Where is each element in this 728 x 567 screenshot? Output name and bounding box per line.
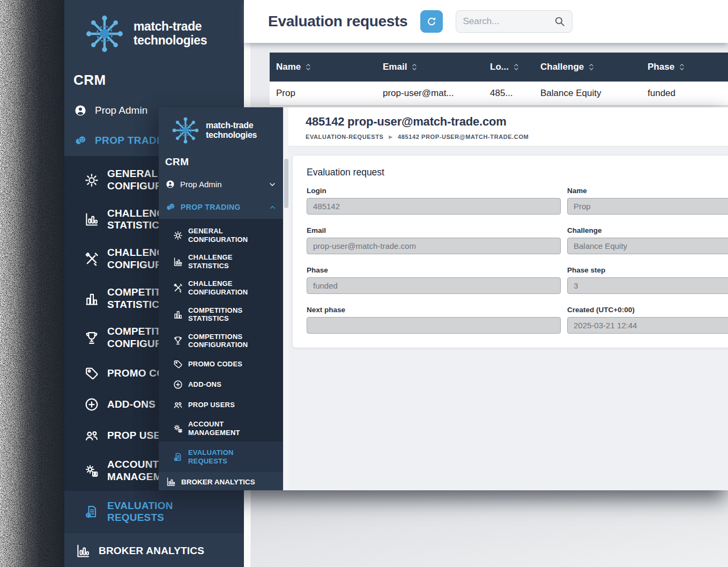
next-phase-field[interactable]: [307, 317, 561, 334]
page-title: Evaluation requests: [268, 13, 407, 30]
cell-challenge: Balance Equity: [534, 88, 641, 99]
brand-wordmark: match-tradetechnologies: [206, 121, 257, 140]
field-created: Created (UTC+0:00): [567, 306, 728, 334]
chevron-down-icon: [268, 180, 277, 189]
field-email: Email: [307, 226, 561, 254]
trophy-icon: [84, 330, 100, 346]
field-label: Created (UTC+0:00): [567, 306, 728, 314]
breadcrumb-separator-icon: ▸: [389, 133, 392, 141]
cell-name: Prop: [270, 88, 376, 99]
field-label: Phase: [307, 266, 561, 274]
profile-menu[interactable]: Prop Admin: [159, 173, 283, 195]
sort-icon[interactable]: [589, 63, 594, 71]
cell-phase: funded: [641, 88, 728, 99]
sidebar-item-account-management[interactable]: ACCOUNT MANAGEMENT: [159, 415, 283, 441]
field-phase: Phase: [307, 266, 561, 294]
screen: match-tradetechnologies CRM Prop Admin P…: [0, 0, 728, 567]
gear-icon: [173, 230, 183, 241]
sidebar-item-general-configuration[interactable]: GENERAL CONFIGURATION: [159, 222, 283, 248]
field-challenge: Challenge: [567, 226, 728, 254]
field-name: Name: [567, 187, 728, 215]
field-label: Next phase: [307, 306, 561, 314]
faces-icon: [165, 202, 176, 212]
sort-icon[interactable]: [514, 63, 519, 71]
field-login: Login: [307, 187, 561, 215]
search-input[interactable]: [463, 16, 554, 27]
column-header-name[interactable]: Name: [270, 62, 376, 72]
sort-icon[interactable]: [679, 63, 685, 71]
sidebar-item-evaluation-requests[interactable]: EVALUATION REQUESTS: [64, 491, 244, 534]
table-header-row: Name Email Lo... Challenge Phase: [270, 53, 728, 82]
phase-step-field[interactable]: [567, 277, 728, 294]
brand-logo-icon: [170, 115, 200, 145]
name-field[interactable]: [567, 198, 728, 215]
sidebar-item-prop-users[interactable]: PROP USERS: [159, 395, 283, 415]
content-background: [251, 489, 728, 567]
scrollbar-thumb[interactable]: [284, 159, 288, 208]
detail-sidebar: match-tradetechnologies CRM Prop Admin P…: [159, 107, 283, 490]
challenge-field[interactable]: [567, 238, 728, 254]
sort-icon[interactable]: [306, 63, 311, 71]
phase-field[interactable]: [307, 277, 561, 294]
account-gear-icon: [84, 463, 100, 479]
evaluation-requests-table: Name Email Lo... Challenge Phase Prop pr…: [270, 53, 728, 106]
users-icon: [84, 428, 100, 444]
breadcrumb-root[interactable]: EVALUATION-REQUESTS: [306, 134, 383, 140]
document-check-icon: [173, 452, 183, 462]
sidebar-item-competitions-statistics[interactable]: COMPETITIONS STATISTICS: [159, 301, 283, 328]
bar-chart-icon: [173, 256, 183, 267]
plus-circle-icon: [84, 396, 100, 413]
crm-heading: CRM: [64, 65, 244, 96]
page-header: Evaluation requests: [244, 0, 728, 43]
field-label: Email: [307, 226, 561, 234]
tools-icon: [84, 251, 100, 267]
column-header-email[interactable]: Email: [376, 62, 484, 72]
gear-icon: [84, 172, 100, 188]
detail-body: Evaluation request Login Name Email: [283, 146, 728, 490]
column-header-challenge[interactable]: Challenge: [534, 62, 641, 72]
columns-chart-icon: [173, 309, 183, 320]
tag-icon: [84, 365, 100, 381]
crm-heading: CRM: [159, 152, 283, 173]
document-check-icon: [84, 504, 100, 520]
scrollbar-track[interactable]: [283, 107, 288, 490]
detail-header: 485142 prop-user@match-trade.com EVALUAT…: [283, 107, 728, 146]
field-label: Name: [567, 187, 728, 195]
search-box: [456, 10, 573, 33]
search-icon[interactable]: [554, 16, 566, 27]
sidebar-item-challenge-configuration[interactable]: CHALLENGE CONFIGURATION: [159, 275, 283, 301]
sort-icon[interactable]: [412, 63, 417, 71]
created-field[interactable]: [567, 317, 728, 334]
sidebar-item-promo-codes[interactable]: PROMO CODES: [159, 354, 283, 374]
evaluation-request-card: Evaluation request Login Name Email: [292, 155, 728, 348]
section-prop-trading[interactable]: PROP TRADING: [159, 195, 283, 219]
trophy-icon: [173, 335, 183, 346]
submenu: GENERAL CONFIGURATION CHALLENGE STATISTI…: [159, 219, 283, 472]
faces-icon: [73, 134, 87, 148]
sidebar-item-competitions-configuration[interactable]: COMPETITIONS CONFIGURATION: [159, 328, 283, 354]
table-row[interactable]: Prop prop-user@mat... 485... Balance Equ…: [270, 82, 728, 106]
card-title: Evaluation request: [307, 167, 728, 178]
refresh-button[interactable]: [420, 10, 443, 33]
sidebar-item-broker-analytics[interactable]: BROKER ANALYTICS: [159, 472, 283, 490]
cell-email: prop-user@mat...: [376, 88, 484, 99]
field-label: Login: [307, 187, 561, 195]
email-field[interactable]: [307, 238, 561, 254]
refresh-icon: [426, 16, 437, 27]
login-field[interactable]: [307, 198, 561, 215]
sidebar-item-challenge-statistics[interactable]: CHALLENGE STATISTICS: [159, 248, 283, 275]
brand: match-tradetechnologies: [159, 107, 283, 152]
column-header-phase[interactable]: Phase: [641, 62, 728, 72]
plus-circle-icon: [173, 379, 183, 390]
cell-login: 485...: [484, 88, 534, 99]
avatar-icon: [165, 179, 175, 189]
sidebar-item-add-ons[interactable]: ADD-ONS: [159, 374, 283, 395]
field-phase-step: Phase step: [567, 266, 728, 294]
detail-title: 485142 prop-user@match-trade.com: [306, 115, 728, 129]
column-header-login[interactable]: Lo...: [484, 62, 534, 72]
sidebar-item-evaluation-requests[interactable]: EVALUATION REQUESTS: [159, 441, 283, 472]
bar-chart-icon: [166, 476, 176, 487]
sidebar-item-broker-analytics[interactable]: BROKER ANALYTICS: [64, 533, 244, 567]
brand-logo-icon: [84, 13, 125, 55]
scan-noise-edge: [0, 0, 64, 567]
